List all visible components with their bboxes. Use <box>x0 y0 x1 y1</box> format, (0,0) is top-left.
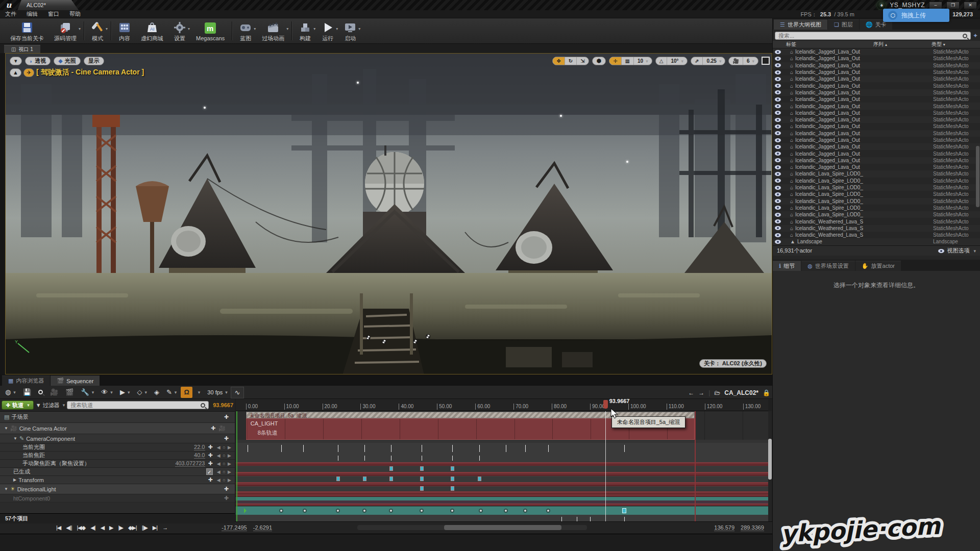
outliner-row[interactable]: ⌂Icelandic_Jagged_Lava_OutStaticMeshActo <box>773 137 980 143</box>
keyframe-tick[interactable] <box>364 456 365 461</box>
eye-icon[interactable] <box>775 206 781 210</box>
create-camera-button[interactable]: 🎥 <box>47 387 61 398</box>
grid-snap-icon[interactable]: ▦ <box>622 57 634 65</box>
track-row-已生成[interactable]: 已生成✓◀ ○ ▶ <box>0 468 235 476</box>
timeline-horizontal-scrollbar[interactable] <box>357 525 587 530</box>
add-section-button[interactable]: ✚ <box>224 435 229 442</box>
outliner-row[interactable]: ⌂Icelandic_Jagged_Lava_OutStaticMeshActo <box>773 110 980 116</box>
keyframe[interactable] <box>336 477 340 481</box>
view-options-button[interactable]: 视图选项▾ <box>938 247 976 255</box>
menu-窗口[interactable]: 窗口 <box>43 10 64 18</box>
eye-icon[interactable] <box>775 90 781 94</box>
render-movie-button[interactable]: 🎬 <box>62 387 77 398</box>
column-sequence[interactable]: 序列 ▴ <box>829 41 932 48</box>
outliner-row[interactable]: ⌂Icelandic_Jagged_Lava_OutStaticMeshActo <box>773 103 980 109</box>
add-section-button[interactable]: ✚ <box>224 486 229 492</box>
track-row-当前焦距[interactable]: 当前焦距40.0✚◀ ○ ▶ <box>0 452 235 460</box>
auto-key-button[interactable]: ◈ <box>151 387 162 398</box>
eye-icon[interactable] <box>775 165 781 169</box>
keyframe-circle[interactable] <box>479 509 483 513</box>
eye-icon[interactable] <box>775 233 781 237</box>
keyframe-circle[interactable] <box>420 509 424 513</box>
eye-icon[interactable] <box>775 118 781 122</box>
playhead-grip[interactable] <box>603 400 608 409</box>
keyframe-tick[interactable] <box>338 445 338 452</box>
actor-marker-icon[interactable] <box>413 339 418 344</box>
column-label[interactable]: 标签 <box>773 41 829 48</box>
eye-icon[interactable] <box>775 240 781 244</box>
add-section-button[interactable]: ✚ <box>224 495 229 502</box>
timeline-ruler[interactable]: 0.0010.0020.0030.0040.0050.0060.0070.008… <box>236 399 768 411</box>
transport-button-5[interactable]: ◀ <box>98 524 107 531</box>
outliner-row[interactable]: ⌂Icelandic_Jagged_Lava_OutStaticMeshActo <box>773 123 980 130</box>
keyframe-circle[interactable] <box>336 509 340 513</box>
keyframe[interactable] <box>420 477 424 481</box>
keyframe-tick[interactable] <box>479 456 480 461</box>
add-track-button[interactable]: ✚轨道▾ <box>2 400 34 410</box>
transport-button-2[interactable]: ◀|| <box>63 524 74 531</box>
keyframe-tick[interactable] <box>338 456 338 461</box>
current-time-field[interactable]: 93.9667 <box>213 402 233 408</box>
keyframe[interactable] <box>363 477 366 481</box>
details-tab-3[interactable]: ✋放置actor <box>855 261 901 271</box>
keyframe-tick[interactable] <box>364 445 365 452</box>
content-button[interactable]: 内容 <box>113 18 136 43</box>
eye-icon[interactable] <box>775 138 781 142</box>
blueprints-button[interactable]: 蓝图▾ <box>234 18 257 43</box>
sequencer-tab-1[interactable]: ▦内容浏览器 <box>2 375 50 386</box>
keyframe[interactable] <box>420 466 424 471</box>
eye-icon[interactable] <box>775 219 781 223</box>
actor-marker-icon[interactable] <box>426 334 430 339</box>
maximize-button[interactable]: ❐ <box>946 2 960 9</box>
play-button[interactable]: 运行▾ <box>316 18 339 43</box>
move-tool-button[interactable]: ✥ <box>553 57 565 65</box>
add-section-button[interactable]: ✚ <box>208 460 213 467</box>
perspective-button[interactable]: ◗透视 <box>25 57 51 65</box>
viewport-tab[interactable]: ◫视口 1 <box>4 45 40 53</box>
eye-icon[interactable] <box>775 131 781 135</box>
outliner-row[interactable]: ⌂Icelandic_Weathered_Lava_SStaticMeshAct… <box>773 225 980 232</box>
eye-icon[interactable] <box>775 192 781 196</box>
outliner-row[interactable]: ⌂Icelandic_Jagged_Lava_OutStaticMeshActo <box>773 157 980 164</box>
keyframe-tick[interactable] <box>577 517 577 521</box>
outliner-row[interactable]: ⌂Icelandic_Jagged_Lava_OutStaticMeshActo <box>773 130 980 137</box>
key-navigation[interactable]: ◀ ○ ▶ <box>217 478 232 483</box>
outliner-row[interactable]: ⌂Icelandic_Jagged_Lava_OutStaticMeshActo <box>773 89 980 96</box>
outliner-row[interactable]: ⌂Icelandic_Lava_Spire_LOD0_StaticMeshAct… <box>773 198 980 205</box>
transport-button-11[interactable]: → <box>160 524 170 531</box>
transport-button-8[interactable]: ◆▶| <box>126 524 139 531</box>
outliner-row[interactable]: ⌂Icelandic_Lava_Spire_LOD0_StaticMeshAct… <box>773 205 980 211</box>
sequencer-timeline[interactable]: 未命名混音项目_5a_缩混 CA_LIGHT 8条轨道 <box>236 411 768 521</box>
keyframe-tick[interactable] <box>590 517 591 521</box>
add-section-button[interactable]: ✚ <box>208 477 213 483</box>
eye-icon[interactable] <box>775 145 781 149</box>
eye-icon[interactable] <box>775 152 781 156</box>
level-tab[interactable]: ALC02* <box>17 0 79 10</box>
viewport-options-button[interactable]: ▾ <box>10 57 22 65</box>
viewport[interactable]: ▾ ◗透视 ◆光照 显示 ▲ ✈ [ 驾驶激活 - Cine Camera Ac… <box>5 53 772 374</box>
expand-caret[interactable]: ▼ <box>4 487 8 491</box>
sequence-tools-button[interactable]: 🔧▾ <box>78 387 97 398</box>
outliner-row[interactable]: ⌂Icelandic_Jagged_Lava_OutStaticMeshActo <box>773 55 980 62</box>
keyframe[interactable] <box>451 466 454 471</box>
range-end-a[interactable]: 136.579 <box>714 524 734 531</box>
keyframe-tick[interactable] <box>391 445 391 452</box>
track-search-input[interactable]: 搜索轨道 <box>67 401 209 409</box>
expand-caret[interactable]: ▼ <box>13 436 17 441</box>
build-button[interactable]: 构建▾ <box>294 18 316 43</box>
keyframe[interactable] <box>420 486 424 491</box>
coordinate-space-button[interactable]: ⬢ <box>592 57 606 65</box>
key-navigation[interactable]: ◀ ○ ▶ <box>217 469 232 474</box>
megascans-button[interactable]: mMegascans <box>191 18 230 43</box>
eye-icon[interactable] <box>775 111 781 115</box>
track-value[interactable]: 22.0 <box>194 444 205 450</box>
keyframe-tick[interactable] <box>624 517 625 521</box>
keyframe-tick[interactable] <box>422 445 422 452</box>
fps-dropdown[interactable]: 30 fps▾ <box>204 387 231 398</box>
eye-icon[interactable] <box>775 97 781 102</box>
outliner-tab-1[interactable]: ☰世界大纲视图 <box>774 19 827 30</box>
keyframe-tick[interactable] <box>479 445 480 452</box>
transport-button-10[interactable]: ▶| <box>150 524 160 531</box>
keyframe-circle[interactable] <box>450 509 454 513</box>
outliner-settings-icon[interactable]: ✦ <box>973 32 978 39</box>
